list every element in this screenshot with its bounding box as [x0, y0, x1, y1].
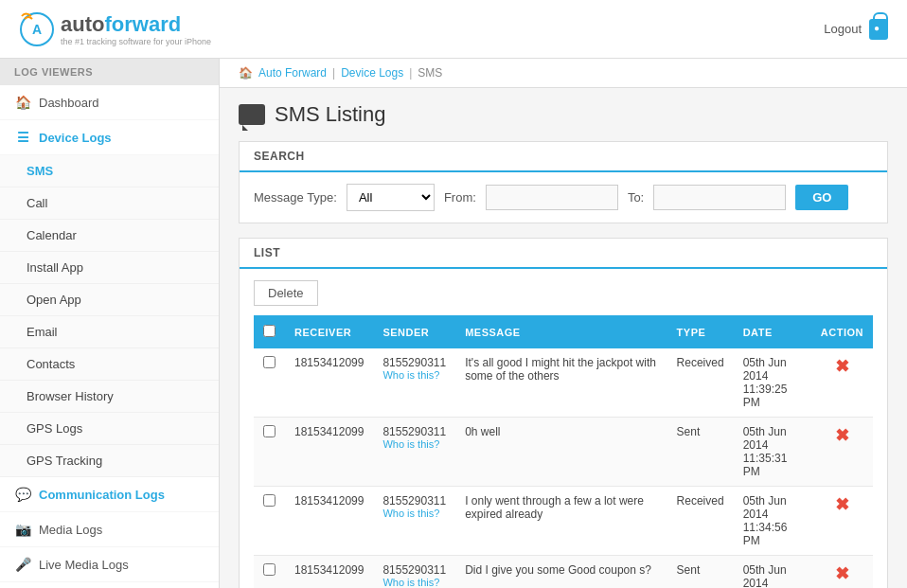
delete-row-button-2[interactable]: ✖	[821, 494, 863, 515]
message-type-label: Message Type:	[254, 190, 337, 205]
list-section: LIST Delete RECEIVER SENDER MESSAGE TYPE…	[239, 238, 888, 588]
cell-sender-0: 8155290311 Who is this?	[373, 348, 455, 418]
logo-forward: forward	[104, 12, 181, 36]
sidebar-item-device-logs[interactable]: ☰ Device Logs	[0, 120, 219, 155]
delete-row-button-3[interactable]: ✖	[821, 563, 863, 584]
sidebar-item-dashboard[interactable]: 🏠 Dashboard	[0, 85, 219, 120]
sidebar-label-communication-logs: Communication Logs	[39, 488, 165, 502]
who-is-this-link-2[interactable]: Who is this?	[382, 508, 446, 519]
sidebar-item-live-media-logs[interactable]: 🎤 Live Media Logs	[0, 547, 219, 582]
sidebar-label-media-logs: Media Logs	[39, 523, 102, 537]
sidebar-item-gps-tracking[interactable]: GPS Tracking	[0, 445, 219, 477]
to-input[interactable]	[653, 185, 786, 210]
cell-receiver-1: 18153412099	[285, 418, 373, 487]
sidebar-item-open-app[interactable]: Open App	[0, 284, 219, 316]
sidebar-section-title: LOG VIEWERS	[0, 59, 219, 85]
logo-tagline: the #1 tracking software for your iPhone	[61, 37, 211, 46]
page-content: SMS Listing SEARCH Message Type: All Sen…	[220, 88, 907, 588]
sidebar-item-install-app[interactable]: Install App	[0, 252, 219, 284]
search-section-header: SEARCH	[240, 142, 887, 172]
breadcrumb-home-icon: 🏠	[239, 66, 253, 80]
col-action: ACTION	[811, 315, 873, 348]
breadcrumb-device-logs-link[interactable]: Device Logs	[341, 66, 403, 80]
list-icon: ☰	[14, 129, 31, 146]
sidebar-label-call: Call	[27, 196, 47, 210]
row-checkbox-1[interactable]	[263, 425, 276, 437]
sidebar-label-email: Email	[27, 325, 58, 339]
who-is-this-link-0[interactable]: Who is this?	[382, 369, 446, 381]
svg-text:A: A	[32, 22, 42, 37]
cell-action-3: ✖	[811, 556, 873, 589]
cell-date-3: 05th Jun 201411:34:06 PM	[734, 556, 811, 589]
cell-action-1: ✖	[811, 418, 873, 487]
breadcrumb-home-link[interactable]: Auto Forward	[258, 66, 327, 80]
device-logs-subnav: SMS Call Calendar Install App Open App E…	[0, 155, 219, 477]
sidebar-item-sms[interactable]: SMS	[0, 155, 219, 187]
cell-receiver-2: 18153412099	[285, 487, 373, 556]
col-type: TYPE	[667, 315, 734, 348]
table-row: 18153412099 8155290311 Who is this? Did …	[254, 556, 873, 589]
cell-action-0: ✖	[811, 348, 873, 418]
from-label: From:	[444, 190, 476, 205]
cell-type-2: Received	[667, 487, 734, 556]
sidebar-label-sms: SMS	[27, 164, 53, 178]
row-checkbox-3[interactable]	[263, 563, 276, 576]
logout-button[interactable]: Logout	[824, 22, 862, 36]
who-is-this-link-3[interactable]: Who is this?	[382, 577, 446, 588]
select-all-checkbox[interactable]	[263, 325, 276, 337]
breadcrumb-sms: SMS	[418, 66, 442, 80]
breadcrumb: 🏠 Auto Forward | Device Logs | SMS	[220, 59, 907, 88]
sidebar-item-calendar[interactable]: Calendar	[0, 220, 219, 252]
sms-envelope-icon	[239, 104, 265, 125]
who-is-this-link-1[interactable]: Who is this?	[382, 438, 446, 450]
list-section-body: Delete RECEIVER SENDER MESSAGE TYPE DATE…	[240, 269, 887, 588]
cell-date-1: 05th Jun 201411:35:31 PM	[734, 418, 811, 487]
delete-row-button-0[interactable]: ✖	[821, 356, 863, 377]
from-input[interactable]	[486, 185, 618, 210]
sidebar: LOG VIEWERS 🏠 Dashboard ☰ Device Logs SM…	[0, 59, 220, 588]
message-type-select[interactable]: All Sent Received	[347, 184, 435, 211]
camera-icon: 📷	[14, 521, 31, 538]
cell-type-0: Received	[667, 348, 734, 418]
cell-action-2: ✖	[811, 487, 873, 556]
sidebar-label-install-app: Install App	[27, 260, 83, 275]
search-row: Message Type: All Sent Received From: To…	[254, 184, 873, 211]
page-title: SMS Listing	[239, 102, 888, 127]
row-checkbox-2[interactable]	[263, 494, 276, 507]
sidebar-item-other-logs[interactable]: 📱 Other Logs	[0, 582, 219, 588]
logo: A autoforward the #1 tracking software f…	[19, 11, 211, 47]
header-right: Logout	[824, 19, 888, 40]
sidebar-item-email[interactable]: Email	[0, 316, 219, 348]
home-icon: 🏠	[14, 94, 31, 111]
go-button[interactable]: GO	[795, 185, 848, 210]
search-section-body: Message Type: All Sent Received From: To…	[240, 172, 887, 223]
page-title-text: SMS Listing	[275, 102, 385, 127]
table-row: 18153412099 8155290311 Who is this? I on…	[254, 487, 873, 556]
lock-icon	[869, 19, 888, 40]
sidebar-item-contacts[interactable]: Contacts	[0, 348, 219, 381]
sidebar-item-media-logs[interactable]: 📷 Media Logs	[0, 512, 219, 547]
table-row: 18153412099 8155290311 Who is this? It's…	[254, 348, 873, 418]
cell-sender-3: 8155290311 Who is this?	[373, 556, 455, 589]
sidebar-item-gps-logs[interactable]: GPS Logs	[0, 413, 219, 445]
sidebar-label-contacts: Contacts	[27, 357, 75, 371]
cell-date-2: 05th Jun 201411:34:56 PM	[734, 487, 811, 556]
cell-type-3: Sent	[667, 556, 734, 589]
col-message: MESSAGE	[455, 315, 667, 348]
row-checkbox-0[interactable]	[263, 356, 276, 368]
sidebar-item-call[interactable]: Call	[0, 187, 219, 220]
sidebar-label-gps-tracking: GPS Tracking	[27, 454, 102, 468]
delete-row-button-1[interactable]: ✖	[821, 425, 863, 446]
cell-message-0: It's all good I might hit the jackpot wi…	[455, 348, 667, 418]
sidebar-item-browser-history[interactable]: Browser History	[0, 381, 219, 413]
delete-button[interactable]: Delete	[254, 280, 318, 306]
top-header: A autoforward the #1 tracking software f…	[0, 0, 907, 59]
cell-sender-1: 8155290311 Who is this?	[373, 418, 455, 487]
sidebar-item-communication-logs[interactable]: 💬 Communication Logs	[0, 477, 219, 512]
col-sender: SENDER	[373, 315, 455, 348]
cell-sender-2: 8155290311 Who is this?	[373, 487, 455, 556]
cell-receiver-3: 18153412099	[285, 556, 373, 589]
sidebar-label-open-app: Open App	[27, 293, 81, 307]
cell-date-0: 05th Jun 201411:39:25 PM	[734, 348, 811, 418]
content-area: 🏠 Auto Forward | Device Logs | SMS SMS L…	[220, 59, 907, 588]
